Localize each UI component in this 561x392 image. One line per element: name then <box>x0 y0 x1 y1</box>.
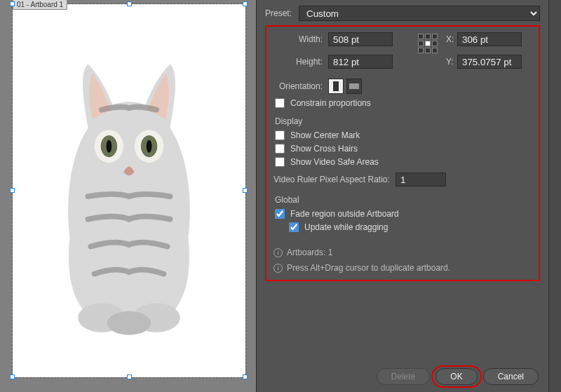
info-icon: i <box>273 248 283 257</box>
preset-label: Preset: <box>265 8 299 18</box>
x-input[interactable] <box>457 32 522 46</box>
svg-point-8 <box>107 311 151 335</box>
resize-handle[interactable] <box>127 1 132 6</box>
y-input[interactable] <box>457 55 522 69</box>
resize-handle[interactable] <box>127 374 132 379</box>
aspect-ratio-input[interactable] <box>396 173 446 187</box>
x-label: X: <box>446 34 457 44</box>
aspect-ratio-label: Video Ruler Pixel Aspect Ratio: <box>273 175 396 184</box>
resize-handle[interactable] <box>10 374 15 379</box>
delete-button: Delete <box>377 368 431 385</box>
height-input[interactable] <box>328 55 393 69</box>
width-input[interactable] <box>328 32 393 46</box>
preset-select[interactable]: Custom <box>299 6 540 21</box>
width-label: Width: <box>273 34 328 44</box>
show-video-safe-areas-checkbox[interactable]: Show Video Safe Areas <box>275 157 532 167</box>
dialog-buttons: Delete OK Cancel <box>257 368 548 385</box>
constrain-proportions-label: Constrain proportions <box>290 98 371 108</box>
update-while-dragging-checkbox[interactable]: Update while dragging <box>289 222 532 232</box>
display-header: Display <box>275 116 532 126</box>
resize-handle[interactable] <box>243 374 248 379</box>
show-center-mark-checkbox[interactable]: Show Center Mark <box>275 130 532 140</box>
artboard-name-label[interactable]: 01 - Artboard 1 <box>13 0 67 10</box>
cat-artwork <box>38 55 220 338</box>
resize-handle[interactable] <box>10 188 15 193</box>
info-icon: i <box>273 264 283 273</box>
resize-handle[interactable] <box>10 1 15 6</box>
show-cross-hairs-checkbox[interactable]: Show Cross Hairs <box>275 144 532 154</box>
ok-button[interactable]: OK <box>435 368 477 385</box>
hint-text: Press Alt+Drag cursor to duplicate artbo… <box>287 263 450 273</box>
svg-point-5 <box>147 140 152 152</box>
y-label: Y: <box>446 57 457 67</box>
orientation-label: Orientation: <box>273 81 328 91</box>
artboard-options-panel: Preset: Custom Width: Height: <box>256 0 561 392</box>
fade-outside-checkbox[interactable]: Fade region outside Artboard <box>275 209 532 219</box>
dock-strip <box>548 0 561 392</box>
resize-handle[interactable] <box>243 1 248 6</box>
highlight-zone: Width: Height: X: Y: <box>265 25 540 281</box>
artboards-count: Artboards: 1 <box>287 248 332 257</box>
artboard[interactable] <box>13 4 245 377</box>
reference-point-locator[interactable] <box>418 34 438 53</box>
canvas-area: 01 - Artboard 1 <box>0 0 256 392</box>
height-label: Height: <box>273 57 328 67</box>
resize-handle[interactable] <box>243 188 248 193</box>
svg-point-4 <box>107 140 112 152</box>
global-header: Global <box>275 195 532 205</box>
constrain-proportions-checkbox[interactable]: Constrain proportions <box>275 98 532 108</box>
orientation-landscape-button[interactable] <box>346 79 362 94</box>
cancel-button[interactable]: Cancel <box>483 368 539 385</box>
orientation-portrait-button[interactable] <box>328 79 344 94</box>
